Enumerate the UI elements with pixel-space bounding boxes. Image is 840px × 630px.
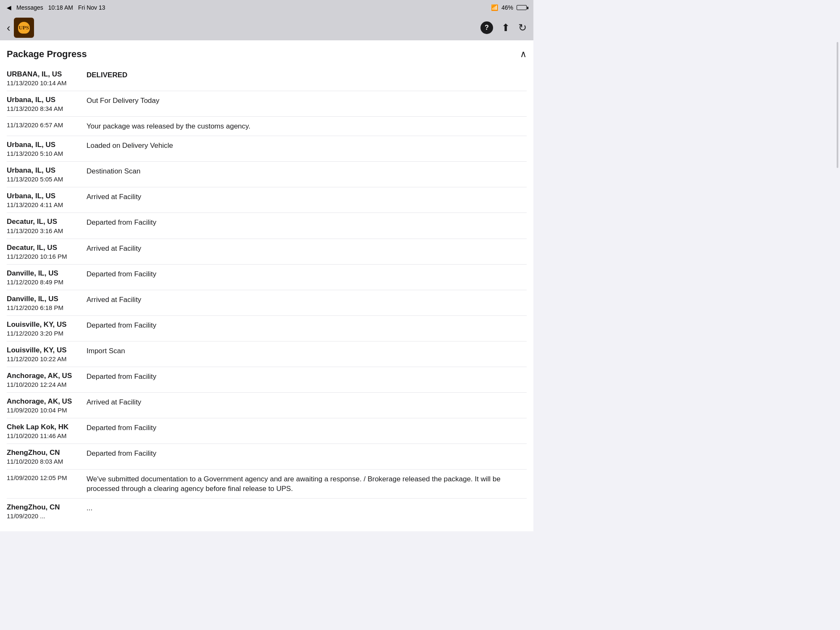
tracking-list: URBANA, IL, US11/13/2020 10:14 AMDELIVER… bbox=[7, 66, 527, 523]
divider bbox=[7, 213, 527, 213]
tracking-item: Urbana, IL, US11/13/2020 5:05 AMDestinat… bbox=[7, 163, 527, 186]
divider bbox=[7, 161, 527, 162]
tracking-status: Loaded on Delivery Vehicle bbox=[87, 140, 527, 157]
divider bbox=[7, 469, 527, 470]
divider bbox=[7, 444, 527, 444]
tracking-item: Urbana, IL, US11/13/2020 8:34 AMOut For … bbox=[7, 92, 527, 116]
tracking-item-left: Urbana, IL, US11/13/2020 5:05 AM bbox=[7, 166, 87, 183]
tracking-location: Anchorage, AK, US bbox=[7, 397, 81, 406]
tracking-location: Chek Lap Kok, HK bbox=[7, 423, 81, 432]
tracking-datetime: 11/13/2020 5:10 AM bbox=[7, 150, 81, 157]
status-bar-right: 📶 46% bbox=[491, 4, 527, 11]
divider bbox=[7, 187, 527, 187]
status-bar-left: ◀ Messages 10:18 AM Fri Nov 13 bbox=[7, 4, 105, 11]
tracking-item: 11/13/2020 6:57 AMYour package was relea… bbox=[7, 118, 527, 135]
back-button[interactable]: ‹ bbox=[7, 21, 10, 34]
divider bbox=[7, 290, 527, 290]
tracking-location: Danville, IL, US bbox=[7, 269, 81, 278]
tracking-item: Louisville, KY, US11/12/2020 10:22 AMImp… bbox=[7, 342, 527, 366]
tracking-item: Decatur, IL, US11/12/2020 10:16 PMArrive… bbox=[7, 240, 527, 263]
tracking-datetime: 11/13/2020 6:57 AM bbox=[7, 121, 81, 129]
tracking-status: Arrived at Facility bbox=[87, 294, 527, 311]
collapse-button[interactable]: ∧ bbox=[520, 49, 527, 60]
tracking-status: Departed from Facility bbox=[87, 448, 527, 465]
tracking-datetime: 11/12/2020 10:22 AM bbox=[7, 355, 81, 362]
tracking-location: Urbana, IL, US bbox=[7, 140, 81, 150]
main-content: Package Progress ∧ URBANA, IL, US11/13/2… bbox=[0, 40, 533, 531]
tracking-item-left: Louisville, KY, US11/12/2020 10:22 AM bbox=[7, 346, 87, 362]
tracking-datetime: 11/12/2020 6:18 PM bbox=[7, 304, 81, 311]
tracking-item: Chek Lap Kok, HK11/10/2020 11:46 AMDepar… bbox=[7, 419, 527, 443]
refresh-button[interactable]: ↻ bbox=[518, 22, 527, 34]
tracking-item: URBANA, IL, US11/13/2020 10:14 AMDELIVER… bbox=[7, 66, 527, 90]
tracking-item: Anchorage, AK, US11/09/2020 10:04 PMArri… bbox=[7, 394, 527, 417]
tracking-item: ZhengZhou, CN11/10/2020 8:03 AMDeparted … bbox=[7, 445, 527, 468]
tracking-item: Anchorage, AK, US11/10/2020 12:24 AMDepa… bbox=[7, 368, 527, 391]
tracking-datetime: 11/09/2020 ... bbox=[7, 512, 81, 520]
tracking-location: Urbana, IL, US bbox=[7, 192, 81, 201]
tracking-datetime: 11/10/2020 11:46 AM bbox=[7, 432, 81, 439]
tracking-status: Arrived at Facility bbox=[87, 397, 527, 414]
tracking-item-left: Urbana, IL, US11/13/2020 8:34 AM bbox=[7, 95, 87, 112]
divider bbox=[7, 315, 527, 316]
notification-text: Messages bbox=[16, 4, 43, 11]
notification-indicator: ◀ bbox=[7, 4, 11, 11]
tracking-datetime: 11/09/2020 12:05 PM bbox=[7, 474, 81, 481]
tracking-status: Departed from Facility bbox=[87, 371, 527, 388]
share-button[interactable]: ⬆ bbox=[501, 22, 510, 34]
tracking-item-left: Urbana, IL, US11/13/2020 5:10 AM bbox=[7, 140, 87, 157]
tracking-datetime: 11/12/2020 3:20 PM bbox=[7, 330, 81, 337]
battery-percentage: 46% bbox=[501, 4, 513, 11]
tracking-datetime: 11/13/2020 5:05 AM bbox=[7, 176, 81, 183]
tracking-item-left: 11/09/2020 12:05 PM bbox=[7, 474, 87, 494]
tracking-item-left: ZhengZhou, CN11/09/2020 ... bbox=[7, 503, 87, 520]
tracking-item: 11/09/2020 12:05 PMWe've submitted docum… bbox=[7, 470, 527, 497]
divider bbox=[7, 392, 527, 393]
tracking-location: Urbana, IL, US bbox=[7, 95, 81, 105]
tracking-item-left: Danville, IL, US11/12/2020 6:18 PM bbox=[7, 294, 87, 311]
tracking-status: Departed from Facility bbox=[87, 320, 527, 337]
tracking-item-left: URBANA, IL, US11/13/2020 10:14 AM bbox=[7, 70, 87, 87]
tracking-location: Louisville, KY, US bbox=[7, 346, 81, 355]
tracking-datetime: 11/12/2020 10:16 PM bbox=[7, 253, 81, 260]
tracking-status: Departed from Facility bbox=[87, 423, 527, 439]
tracking-location: Decatur, IL, US bbox=[7, 243, 81, 252]
ups-logo[interactable]: UPS bbox=[14, 18, 34, 38]
tracking-status: Departed from Facility bbox=[87, 269, 527, 286]
tracking-datetime: 11/12/2020 8:49 PM bbox=[7, 278, 81, 286]
divider bbox=[7, 264, 527, 265]
help-button[interactable]: ? bbox=[480, 21, 493, 34]
tracking-location: Urbana, IL, US bbox=[7, 166, 81, 175]
tracking-datetime: 11/10/2020 12:24 AM bbox=[7, 381, 81, 388]
tracking-status: Departed from Facility bbox=[87, 217, 527, 234]
tracking-item-left: Decatur, IL, US11/12/2020 10:16 PM bbox=[7, 243, 87, 260]
nav-bar: ‹ UPS ? ⬆ ↻ bbox=[0, 15, 533, 40]
tracking-status: Destination Scan bbox=[87, 166, 527, 183]
tracking-item: Louisville, KY, US11/12/2020 3:20 PMDepa… bbox=[7, 317, 527, 340]
tracking-status: Out For Delivery Today bbox=[87, 95, 527, 112]
section-header: Package Progress ∧ bbox=[7, 49, 527, 60]
tracking-status: Arrived at Facility bbox=[87, 243, 527, 260]
tracking-item: Urbana, IL, US11/13/2020 5:10 AMLoaded o… bbox=[7, 137, 527, 160]
divider bbox=[7, 116, 527, 117]
tracking-item: Danville, IL, US11/12/2020 6:18 PMArrive… bbox=[7, 291, 527, 315]
tracking-datetime: 11/13/2020 8:34 AM bbox=[7, 105, 81, 112]
tracking-location: ZhengZhou, CN bbox=[7, 448, 81, 457]
divider bbox=[7, 136, 527, 136]
tracking-item: ZhengZhou, CN11/09/2020 ...... bbox=[7, 499, 527, 523]
date-display: Fri Nov 13 bbox=[78, 4, 105, 11]
tracking-item-left: Decatur, IL, US11/13/2020 3:16 AM bbox=[7, 217, 87, 234]
tracking-item-left: Chek Lap Kok, HK11/10/2020 11:46 AM bbox=[7, 423, 87, 439]
divider bbox=[7, 341, 527, 341]
tracking-status: ... bbox=[87, 503, 527, 520]
tracking-item-left: Anchorage, AK, US11/10/2020 12:24 AM bbox=[7, 371, 87, 388]
divider bbox=[7, 91, 527, 91]
tracking-location: Decatur, IL, US bbox=[7, 217, 81, 226]
tracking-datetime: 11/09/2020 10:04 PM bbox=[7, 407, 81, 414]
tracking-item-left: Louisville, KY, US11/12/2020 3:20 PM bbox=[7, 320, 87, 337]
tracking-location: ZhengZhou, CN bbox=[7, 503, 81, 512]
tracking-status: Your package was released by the customs… bbox=[87, 121, 527, 131]
tracking-location: Danville, IL, US bbox=[7, 294, 81, 304]
divider bbox=[7, 367, 527, 367]
tracking-datetime: 11/13/2020 4:11 AM bbox=[7, 201, 81, 208]
